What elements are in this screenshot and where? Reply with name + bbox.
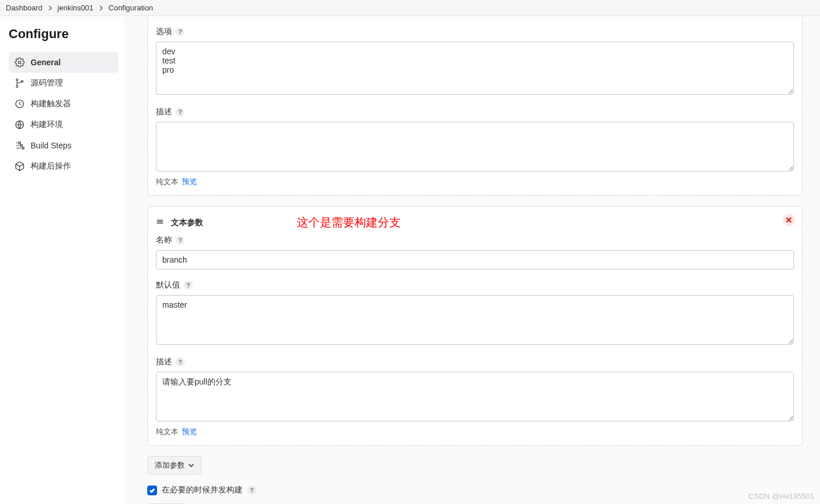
- options-textarea[interactable]: [156, 42, 794, 95]
- parameter-type-title: 文本参数: [171, 218, 203, 228]
- page-title: Configure: [9, 27, 118, 42]
- sidebar-item-post-build[interactable]: 构建后操作: [9, 156, 118, 177]
- svg-rect-8: [23, 147, 24, 149]
- help-icon[interactable]: ?: [184, 281, 193, 290]
- drag-handle-icon[interactable]: [156, 218, 164, 227]
- svg-point-2: [16, 86, 18, 88]
- package-icon: [14, 161, 25, 171]
- options-label: 选项: [156, 27, 172, 37]
- breadcrumb: Dashboard jenkins001 Configuration: [0, 0, 820, 16]
- svg-point-1: [16, 79, 18, 81]
- help-icon[interactable]: ?: [247, 486, 256, 495]
- breadcrumb-job[interactable]: jenkins001: [58, 3, 94, 12]
- add-parameter-button[interactable]: 添加参数: [147, 456, 202, 475]
- concurrent-build-checkbox[interactable]: [147, 486, 157, 495]
- chevron-right-icon: [98, 5, 104, 11]
- sidebar: Configure General 源码管理 构建触发器 构建环境 Build …: [0, 16, 124, 504]
- plain-text-label: 纯文本: [156, 427, 178, 437]
- sidebar-item-triggers[interactable]: 构建触发器: [9, 94, 118, 114]
- sidebar-item-label: 构建触发器: [31, 99, 71, 109]
- gear-icon: [14, 57, 25, 68]
- sidebar-item-label: 源码管理: [31, 78, 63, 88]
- help-icon[interactable]: ?: [176, 236, 185, 245]
- steps-icon: [14, 140, 25, 151]
- concurrent-build-label: 在必要的时候并发构建: [162, 485, 243, 495]
- text-parameter-panel: 文本参数 这个是需要构建分支 名称 ? 默认值 ? 描述 ? 纯文本 预览: [147, 206, 803, 446]
- choice-parameter-panel: 选项 ? 描述 ? 纯文本 预览: [147, 16, 803, 196]
- svg-rect-7: [21, 145, 23, 147]
- sidebar-item-label: 构建后操作: [31, 161, 71, 171]
- description-textarea[interactable]: [156, 372, 794, 421]
- svg-rect-6: [19, 142, 21, 144]
- sidebar-item-general[interactable]: General: [9, 52, 118, 73]
- name-label: 名称: [156, 235, 172, 245]
- globe-icon: [14, 120, 25, 130]
- main-content: 选项 ? 描述 ? 纯文本 预览 文本参数 这个是需要构建分支: [124, 16, 820, 504]
- plain-text-label: 纯文本: [156, 177, 178, 187]
- sidebar-item-label: General: [31, 58, 61, 67]
- branch-icon: [14, 78, 25, 88]
- annotation-text: 这个是需要构建分支: [297, 215, 401, 230]
- sidebar-item-label: Build Steps: [31, 141, 72, 150]
- help-icon[interactable]: ?: [176, 107, 185, 117]
- sidebar-item-environment[interactable]: 构建环境: [9, 114, 118, 135]
- description-textarea[interactable]: [156, 122, 794, 171]
- add-parameter-label: 添加参数: [155, 460, 185, 471]
- default-value-textarea[interactable]: [156, 295, 794, 345]
- breadcrumb-page[interactable]: Configuration: [109, 3, 153, 12]
- watermark: CSDN @He195501: [748, 492, 814, 501]
- clock-icon: [14, 99, 25, 109]
- help-icon[interactable]: ?: [176, 27, 185, 36]
- chevron-right-icon: [47, 5, 53, 11]
- sidebar-item-build-steps[interactable]: Build Steps: [9, 135, 118, 156]
- sidebar-item-scm[interactable]: 源码管理: [9, 73, 118, 94]
- preview-link[interactable]: 预览: [182, 177, 197, 187]
- remove-parameter-button[interactable]: [782, 214, 795, 226]
- svg-point-0: [18, 61, 21, 64]
- sidebar-item-label: 构建环境: [31, 120, 63, 130]
- name-input[interactable]: [156, 250, 794, 270]
- breadcrumb-dashboard[interactable]: Dashboard: [6, 3, 43, 12]
- chevron-down-icon: [188, 462, 194, 468]
- description-label: 描述: [156, 357, 172, 367]
- help-icon[interactable]: ?: [176, 357, 185, 367]
- description-label: 描述: [156, 107, 172, 117]
- preview-link[interactable]: 预览: [182, 427, 197, 437]
- default-value-label: 默认值: [156, 280, 180, 290]
